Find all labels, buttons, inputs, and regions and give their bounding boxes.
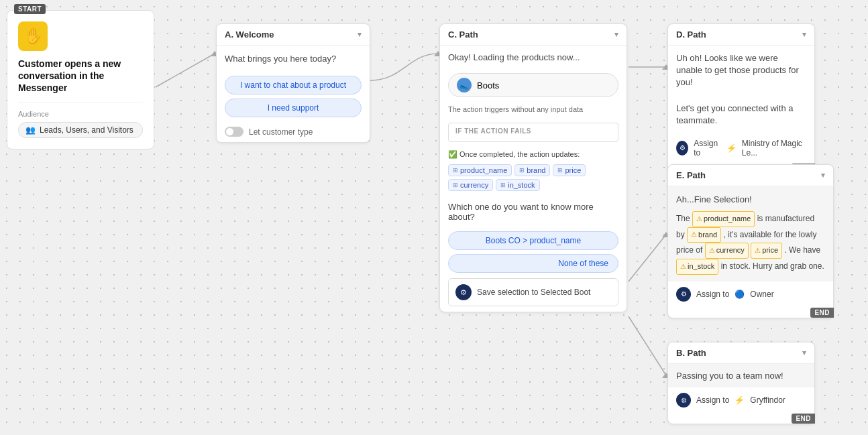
check-icon: ✅ bbox=[448, 150, 457, 158]
action-triggers: The action triggers without any input da… bbox=[440, 101, 627, 117]
welcome-card: A. Welcome ▾ What brings you here today?… bbox=[216, 23, 370, 143]
path-e-header: E. Path ▾ bbox=[668, 165, 833, 186]
chevron-down-icon[interactable]: ▾ bbox=[821, 171, 825, 180]
action-fails-header: IF THE ACTION FAILS bbox=[455, 127, 611, 135]
path-c-header: C. Path ▾ bbox=[440, 24, 627, 46]
tag-in-stock: ⚠in_stock bbox=[676, 259, 718, 275]
assign-icon-b: ⚙ bbox=[676, 393, 691, 408]
boots-label: Boots bbox=[477, 80, 499, 90]
start-node: START ✋ Customer opens a new conversatio… bbox=[7, 10, 154, 149]
path-d-header: D. Path ▾ bbox=[668, 24, 814, 46]
let-customer-type-toggle[interactable] bbox=[225, 127, 243, 137]
path-e-message-block: Ah...Fine Selection! The ⚠product_name i… bbox=[668, 186, 833, 282]
path-e-title: Ah...Fine Selection! bbox=[676, 193, 825, 207]
save-label: Save selection to Selected Boot bbox=[477, 288, 590, 297]
reply-support-button[interactable]: I need support bbox=[225, 99, 362, 117]
path-b-header: B. Path ▾ bbox=[668, 343, 814, 364]
end-badge-b: END bbox=[792, 414, 815, 424]
param-brand: ⊞brand bbox=[514, 164, 550, 176]
audience-icon: 👥 bbox=[25, 125, 36, 135]
tag-product-name: ⚠product_name bbox=[692, 211, 755, 227]
save-selection-row: ⚙ Save selection to Selected Boot bbox=[448, 278, 618, 306]
tag-price: ⚠price bbox=[751, 243, 782, 259]
assign-label: Assign to bbox=[694, 139, 721, 158]
boots-co-button[interactable]: Boots CO > product_name bbox=[448, 231, 618, 250]
param-price: ⊞price bbox=[553, 164, 586, 176]
assign-team-e: Owner bbox=[750, 290, 773, 299]
toggle-row: Let customer type bbox=[217, 121, 370, 142]
path-d-message1: Uh oh! Looks like we were unable to get … bbox=[668, 46, 814, 96]
which-message: Which one do you want to know more about… bbox=[440, 196, 627, 227]
assign-label-b: Assign to bbox=[696, 395, 729, 405]
chevron-down-icon[interactable]: ▾ bbox=[802, 349, 806, 357]
path-d-assign-row: ⚙ Assign to ⚡ Ministry of Magic Le... bbox=[668, 133, 814, 163]
owner-icon: 🔵 bbox=[735, 290, 745, 299]
save-icon: ⚙ bbox=[455, 284, 472, 300]
action-updates: ✅ Once completed, the action updates: bbox=[440, 147, 627, 162]
svg-line-7 bbox=[629, 316, 666, 375]
svg-line-0 bbox=[156, 54, 215, 87]
team-icon-b: ⚡ bbox=[735, 395, 745, 405]
path-b-card: B. Path ▾ Passing you to a team now! ⚙ A… bbox=[667, 342, 815, 424]
svg-line-5 bbox=[629, 235, 666, 282]
end-badge-e: END bbox=[810, 308, 834, 318]
none-button[interactable]: None of these bbox=[448, 254, 618, 273]
chevron-down-icon[interactable]: ▾ bbox=[358, 30, 362, 39]
path-c-message: Okay! Loading the products now... bbox=[440, 46, 627, 69]
path-d-message2: Let's get you connected with a teammate. bbox=[668, 96, 814, 133]
path-e-body: The ⚠product_name is manufactured by ⚠br… bbox=[676, 211, 825, 275]
param-currency: ⊞currency bbox=[448, 179, 493, 191]
action-fails-section: IF THE ACTION FAILS bbox=[448, 123, 618, 142]
assign-team: Ministry of Magic Le... bbox=[742, 139, 806, 158]
toggle-label: Let customer type bbox=[249, 127, 313, 137]
boots-item: 🥿 Boots bbox=[448, 73, 618, 97]
audience-value: Leads, Users, and Visitors bbox=[40, 125, 133, 135]
boots-icon: 🥿 bbox=[457, 78, 472, 92]
tag-currency: ⚠currency bbox=[705, 243, 749, 259]
path-e-assign-row: ⚙ Assign to 🔵 Owner bbox=[668, 282, 833, 307]
path-c-card: C. Path ▾ Okay! Loading the products now… bbox=[439, 23, 627, 312]
start-title: Customer opens a new conversation in the… bbox=[18, 58, 143, 95]
chevron-down-icon[interactable]: ▾ bbox=[802, 30, 806, 39]
assign-label-e: Assign to bbox=[696, 290, 729, 299]
assign-icon-e: ⚙ bbox=[676, 287, 691, 302]
param-tags: ⊞product_name ⊞brand ⊞price ⊞currency ⊞i… bbox=[440, 162, 627, 194]
param-in-stock: ⊞in_stock bbox=[496, 179, 539, 191]
start-badge: START bbox=[14, 4, 46, 14]
path-d-card: D. Path ▾ Uh oh! Looks like we were unab… bbox=[667, 23, 815, 174]
welcome-message: What brings you here today? bbox=[217, 46, 370, 72]
team-icon: ⚡ bbox=[726, 143, 737, 153]
audience-label: Audience bbox=[18, 110, 143, 118]
param-product-name: ⊞product_name bbox=[448, 164, 512, 176]
audience-badge: 👥 Leads, Users, and Visitors bbox=[18, 122, 143, 138]
path-b-message: Passing you to a team now! bbox=[668, 364, 814, 387]
welcome-header: A. Welcome ▾ bbox=[217, 24, 370, 46]
tag-brand: ⚠brand bbox=[687, 227, 721, 243]
path-e-card: E. Path ▾ Ah...Fine Selection! The ⚠prod… bbox=[667, 164, 834, 318]
chevron-down-icon[interactable]: ▾ bbox=[614, 30, 618, 39]
reply-product-button[interactable]: I want to chat about a product bbox=[225, 76, 362, 95]
path-b-assign-row: ⚙ Assign to ⚡ Gryffindor bbox=[668, 387, 814, 413]
start-icon: ✋ bbox=[18, 21, 48, 51]
assign-team-b: Gryffindor bbox=[750, 395, 785, 405]
assign-icon: ⚙ bbox=[676, 141, 688, 156]
